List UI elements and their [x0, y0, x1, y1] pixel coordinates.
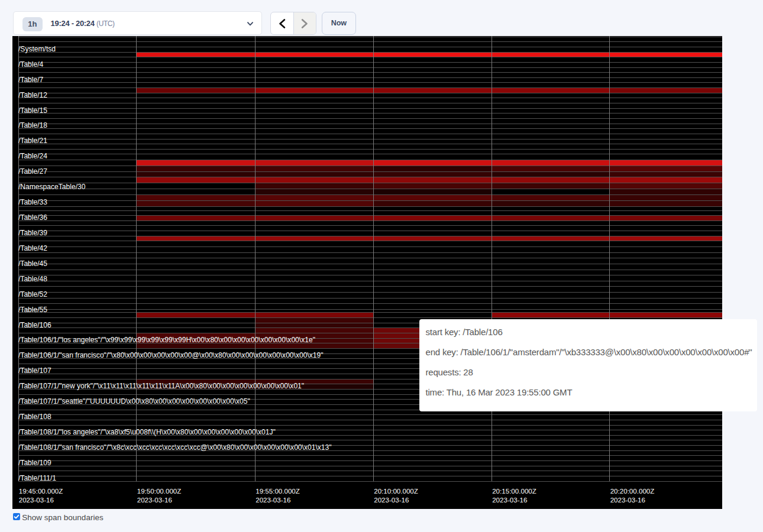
svg-text:/Table/21: /Table/21: [18, 137, 47, 145]
svg-text:19:55:00.000Z: 19:55:00.000Z: [256, 488, 300, 495]
svg-text:19:45:00.000Z: 19:45:00.000Z: [18, 488, 63, 495]
svg-text:/Table/12: /Table/12: [18, 90, 47, 99]
svg-text:/Table/107: /Table/107: [18, 366, 51, 375]
svg-text:20:15:00.000Z: 20:15:00.000Z: [492, 488, 536, 495]
svg-text:/Table/39: /Table/39: [18, 229, 47, 237]
svg-text:/Table/36: /Table/36: [18, 213, 47, 222]
svg-text:/Table/42: /Table/42: [18, 244, 47, 252]
svg-text:/Table/4: /Table/4: [18, 60, 44, 69]
svg-text:/Table/55: /Table/55: [18, 305, 47, 313]
svg-text:2023-03-16: 2023-03-16: [256, 497, 290, 504]
svg-text:/Table/108/1/"san francisco"/": /Table/108/1/"san francisco"/"\x8c\xcc\x…: [18, 443, 332, 452]
svg-text:/Table/27: /Table/27: [18, 167, 47, 176]
svg-text:2023-03-16: 2023-03-16: [374, 497, 409, 504]
svg-text:/Table/108/1/"los angeles"/"\x: /Table/108/1/"los angeles"/"\xa8\xf5\u00…: [18, 428, 276, 436]
svg-text:20:10:00.000Z: 20:10:00.000Z: [374, 488, 418, 495]
svg-text:20:20:00.000Z: 20:20:00.000Z: [610, 488, 654, 495]
svg-text:2023-03-16: 2023-03-16: [610, 497, 645, 504]
svg-text:/Table/106/1/"san francisco"/": /Table/106/1/"san francisco"/"\x80\x00\x…: [18, 351, 324, 359]
svg-text:/Table/108: /Table/108: [18, 413, 51, 421]
svg-text:/Table/107/1/"new york"/"\x11\: /Table/107/1/"new york"/"\x11\x11\x11\x1…: [18, 382, 304, 390]
svg-text:/NamespaceTable/30: /NamespaceTable/30: [18, 183, 86, 191]
svg-text:/Table/18: /Table/18: [18, 121, 47, 129]
svg-text:2023-03-16: 2023-03-16: [18, 497, 53, 504]
svg-text:/System/tsd: /System/tsd: [18, 45, 56, 53]
svg-text:19:50:00.000Z: 19:50:00.000Z: [137, 488, 181, 495]
svg-text:/Table/45: /Table/45: [18, 259, 47, 268]
svg-text:/Table/106: /Table/106: [18, 320, 51, 329]
svg-text:/Table/7: /Table/7: [18, 75, 44, 83]
svg-text:/Table/107/1/"seattle"/"UUUUUU: /Table/107/1/"seattle"/"UUUUUUD\x00\x80\…: [18, 397, 250, 406]
svg-text:/Table/52: /Table/52: [18, 290, 47, 298]
svg-text:/Table/48: /Table/48: [18, 275, 47, 283]
svg-text:/Table/15: /Table/15: [18, 106, 47, 114]
svg-text:2023-03-16: 2023-03-16: [492, 497, 527, 504]
svg-text:/Table/109: /Table/109: [18, 459, 51, 467]
svg-text:/Table/33: /Table/33: [18, 198, 47, 206]
svg-text:/Table/106/1/"los angeles"/"\x: /Table/106/1/"los angeles"/"\x99\x99\x99…: [18, 336, 315, 344]
svg-text:/Table/111/1: /Table/111/1: [18, 474, 56, 482]
svg-text:/Table/24: /Table/24: [18, 152, 47, 160]
svg-text:2023-03-16: 2023-03-16: [137, 497, 172, 504]
